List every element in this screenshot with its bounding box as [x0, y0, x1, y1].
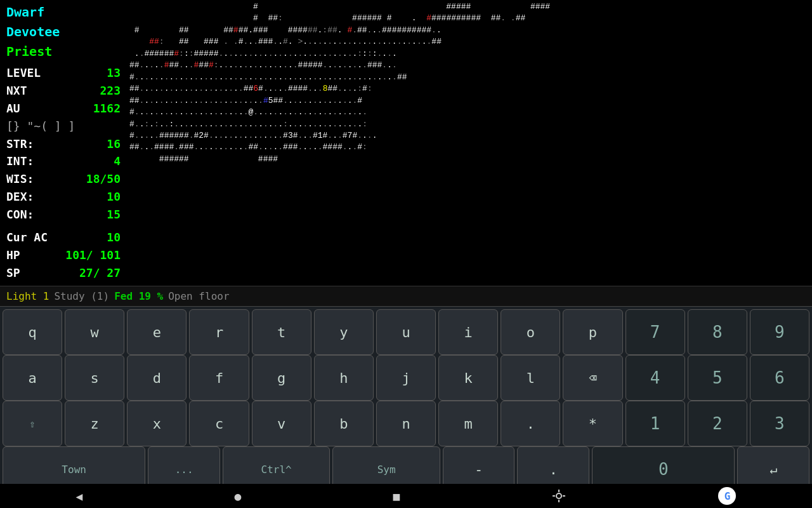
symbols-row: [} "~( ] ] [4, 117, 123, 135]
nav-bar: ◀ ● ■ G [0, 484, 812, 508]
key-3[interactable]: 3 [750, 401, 809, 446]
status-floor: Open floor [168, 290, 229, 302]
key-d[interactable]: d [127, 355, 187, 401]
nav-google[interactable]: G [718, 487, 736, 505]
keyboard-row-2: a s d f g h j k l ⌫ 4 5 6 [0, 355, 812, 401]
wis-label: WIS: [6, 170, 34, 188]
key-i[interactable]: i [438, 309, 498, 355]
hp-value: 101/ 101 [65, 246, 121, 264]
key-k[interactable]: k [438, 355, 498, 401]
key-s[interactable]: s [65, 355, 124, 401]
key-e[interactable]: e [127, 309, 187, 355]
sp-value: 27/ 27 [79, 264, 121, 282]
key-v[interactable]: v [252, 401, 311, 446]
ac-label: Cur AC [6, 229, 48, 246]
key-m[interactable]: m [438, 401, 498, 446]
key-asterisk[interactable]: * [563, 401, 622, 446]
level-label: LEVEL [6, 64, 41, 82]
nav-recent[interactable]: ■ [393, 490, 400, 503]
nav-back[interactable]: ◀ [76, 490, 83, 503]
char-title: Devotee [6, 22, 60, 42]
key-z[interactable]: z [65, 401, 124, 446]
key-1[interactable]: 1 [625, 401, 685, 446]
keyboard-row-3: ⇧ z x c v b n m . * 1 2 3 [0, 401, 812, 446]
ac-value: 10 [107, 229, 121, 246]
key-h[interactable]: h [314, 355, 374, 401]
key-shift[interactable]: ⇧ [3, 401, 62, 446]
status-fed: Fed 19 % [114, 290, 163, 302]
key-t[interactable]: t [252, 309, 311, 355]
key-period[interactable]: . [501, 401, 560, 446]
hp-label: HP [6, 246, 20, 264]
dex-label: DEX: [6, 188, 34, 206]
char-class: Dwarf [6, 3, 44, 22]
level-value: 13 [107, 64, 121, 82]
sp-label: SP [6, 264, 20, 282]
str-label: STR: [6, 135, 34, 153]
nxt-value: 223 [100, 82, 121, 100]
key-5[interactable]: 5 [688, 355, 747, 401]
key-l[interactable]: l [501, 355, 560, 401]
key-w[interactable]: w [65, 309, 124, 355]
svg-point-0 [556, 493, 561, 498]
key-7[interactable]: 7 [625, 309, 685, 355]
key-2[interactable]: 2 [688, 401, 747, 446]
status-light: Light 1 [6, 290, 49, 302]
key-o[interactable]: o [501, 309, 560, 355]
nav-home[interactable]: ● [234, 490, 241, 503]
key-u[interactable]: u [376, 309, 436, 355]
int-label: INT: [6, 152, 34, 170]
status-bar: Light 1 Study (1) Fed 19 % Open floor [0, 286, 812, 306]
con-value: 15 [107, 206, 121, 224]
au-label: AU [6, 100, 20, 117]
wis-value: 18/50 [86, 170, 121, 188]
keyboard-rows: q w e r t y u i o p 7 8 9 a s d f g h j … [0, 307, 812, 484]
str-value: 16 [107, 135, 121, 153]
key-p[interactable]: p [563, 309, 622, 355]
nav-icon1[interactable] [551, 488, 566, 504]
key-g[interactable]: g [252, 355, 311, 401]
key-8[interactable]: 8 [688, 309, 747, 355]
nxt-label: NXT [6, 82, 27, 100]
int-value: 4 [114, 152, 121, 170]
key-4[interactable]: 4 [625, 355, 685, 401]
dex-value: 10 [107, 188, 121, 206]
key-x[interactable]: x [127, 401, 187, 446]
key-6[interactable]: 6 [750, 355, 809, 401]
con-label: CON: [6, 206, 34, 224]
au-value: 1162 [93, 100, 121, 117]
keyboard-row-1: q w e r t y u i o p 7 8 9 [0, 309, 812, 355]
key-a[interactable]: a [3, 355, 62, 401]
char-role: Priest [6, 42, 52, 62]
key-f[interactable]: f [189, 355, 249, 401]
key-b[interactable]: b [314, 401, 374, 446]
key-j[interactable]: j [376, 355, 436, 401]
keyboard-overlay: q w e r t y u i o p 7 8 9 a s d f g h j … [0, 306, 812, 484]
key-n[interactable]: n [376, 401, 436, 446]
key-backspace[interactable]: ⌫ [563, 355, 622, 401]
key-r[interactable]: r [189, 309, 249, 355]
key-c[interactable]: c [189, 401, 249, 446]
key-y[interactable]: y [314, 309, 374, 355]
key-q[interactable]: q [3, 309, 62, 355]
status-study: Study (1) [54, 290, 109, 302]
key-9[interactable]: 9 [750, 309, 809, 355]
